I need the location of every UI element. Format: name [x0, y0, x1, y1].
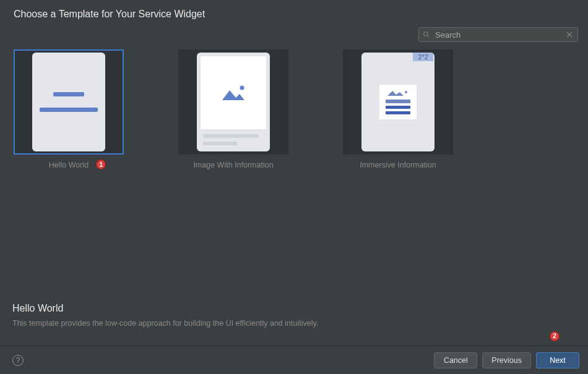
footer: ? 2 Cancel Previous Next	[0, 346, 588, 374]
template-thumb	[14, 49, 124, 155]
template-label: Immersive Information	[360, 161, 436, 169]
image-info-preview	[197, 53, 270, 151]
hello-world-preview	[32, 53, 105, 151]
image-icon	[386, 90, 410, 97]
template-immersive-information[interactable]: 2*2 Immersive Information	[343, 49, 453, 169]
svg-point-7	[405, 91, 407, 93]
header: Choose a Template for Your Service Widge…	[0, 0, 588, 22]
preview-line	[40, 108, 98, 112]
template-thumb	[178, 49, 288, 155]
cancel-button[interactable]: Cancel	[434, 352, 477, 368]
svg-point-5	[240, 86, 244, 90]
search-row	[0, 22, 588, 48]
template-label: Image With Information	[193, 161, 273, 169]
preview-text-lines	[201, 129, 266, 148]
previous-button[interactable]: Previous	[482, 352, 531, 368]
search-input[interactable]	[434, 30, 561, 40]
template-thumb: 2*2	[343, 49, 453, 155]
size-badge: 2*2	[413, 53, 433, 61]
clear-search-icon[interactable]	[565, 30, 574, 39]
description-title: Hello World	[12, 303, 576, 314]
svg-marker-6	[387, 91, 404, 96]
svg-marker-4	[222, 90, 244, 100]
help-icon[interactable]: ?	[12, 355, 24, 366]
description-body: This template provides the low-code appr…	[12, 319, 576, 328]
search-box[interactable]	[418, 27, 578, 42]
help-glyph: ?	[16, 356, 20, 365]
callout-badge-2: 2	[550, 331, 560, 341]
template-description: Hello World This template provides the l…	[12, 303, 576, 328]
footer-buttons: 2 Cancel Previous Next	[434, 352, 579, 368]
image-icon	[218, 82, 248, 104]
svg-point-0	[424, 32, 428, 36]
preview-line	[53, 92, 84, 96]
template-label: Hello World 1	[49, 161, 89, 169]
search-icon	[423, 31, 430, 38]
immersive-preview: 2*2	[361, 53, 435, 151]
callout-badge-1: 1	[96, 159, 106, 169]
next-button[interactable]: Next	[536, 352, 579, 368]
template-hello-world[interactable]: Hello World 1	[14, 49, 124, 169]
template-grid: Hello World 1	[0, 48, 588, 169]
page-title: Choose a Template for Your Service Widge…	[14, 9, 574, 20]
template-label-text: Hello World	[49, 161, 89, 169]
preview-card	[379, 85, 417, 119]
template-wizard-window: Choose a Template for Your Service Widge…	[0, 0, 588, 374]
preview-image-area	[201, 56, 266, 129]
svg-line-1	[428, 36, 430, 38]
template-image-with-information[interactable]: Image With Information	[178, 49, 288, 169]
